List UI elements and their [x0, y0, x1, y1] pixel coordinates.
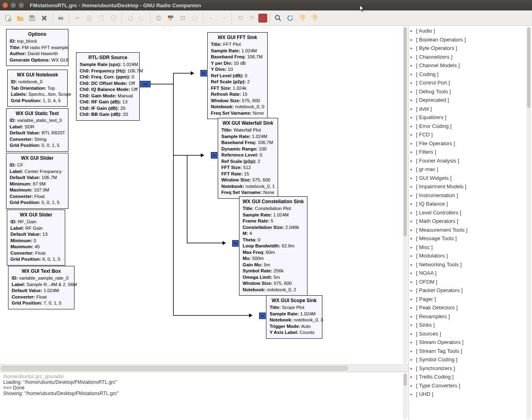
undo-button[interactable] — [124, 12, 136, 24]
port-in[interactable]: in — [259, 313, 266, 319]
category-item[interactable]: ▸[ Modulators ] — [410, 251, 530, 260]
category-label: [ NOAA ] — [416, 270, 437, 276]
category-item[interactable]: ▸[ Instrumentation ] — [410, 191, 530, 200]
window-title: FMstationsRTL.grc - /home/ubuntu/Desktop… — [30, 2, 201, 8]
window-close-button[interactable] — [2, 2, 8, 8]
save-button[interactable] — [27, 12, 38, 24]
category-item[interactable]: ▸[ Measurement Tools ] — [410, 226, 530, 235]
window-maximize-button[interactable] — [19, 2, 24, 8]
reload-button[interactable] — [285, 12, 296, 24]
category-item[interactable]: ▸[ Coding ] — [410, 70, 530, 79]
category-item[interactable]: ▸[ Fourier Analysis ] — [410, 156, 530, 165]
category-item[interactable]: ▸[ Resamplers ] — [410, 312, 530, 321]
category-item[interactable]: ▸[ GUI Widgets ] — [410, 174, 530, 183]
category-label: [ Resamplers ] — [416, 313, 450, 319]
close-button[interactable] — [39, 12, 50, 24]
category-item[interactable]: ▸[ Trellis Coding ] — [410, 373, 530, 381]
block-wx-slider-rfgain[interactable]: WX GUI Slider ID: RF_Gain Label: RF Gain… — [7, 210, 65, 266]
category-label: [ GUI Widgets ] — [416, 175, 452, 181]
category-item[interactable]: ▸[ gr-mac ] — [410, 165, 530, 174]
block-wx-constellation-sink[interactable]: in WX GUI Constellation Sink Title: Cons… — [239, 196, 307, 296]
nav-forward-button[interactable]: → — [218, 12, 229, 24]
category-item[interactable]: ▸[ Peak Detectors ] — [410, 303, 530, 312]
category-item[interactable]: ▸[ Channel Models ] — [410, 61, 530, 70]
category-item[interactable]: ▸[ Type Converters ] — [410, 381, 530, 390]
disable-block-button[interactable] — [153, 12, 164, 24]
mouse-cursor-icon — [359, 5, 365, 14]
open-file-button[interactable] — [14, 12, 26, 24]
block-wx-textbox[interactable]: WX GUI Text Box ID: variable_sample_rate… — [8, 266, 74, 309]
category-item[interactable]: ▸[ UHD ] — [410, 390, 530, 399]
record-button[interactable] — [258, 14, 267, 23]
delete-button[interactable] — [108, 12, 119, 24]
port-in[interactable]: in — [200, 70, 207, 76]
execute-button[interactable] — [177, 12, 188, 24]
console-scroll[interactable] — [403, 373, 408, 419]
category-item[interactable]: ▸[ Networking Tools ] — [410, 260, 530, 269]
category-item[interactable]: ▸[ Deprecated ] — [410, 96, 530, 105]
category-item[interactable]: ▸[ Math Operators ] — [410, 217, 530, 226]
rotate-cw-button[interactable]: ⟳ — [246, 12, 258, 24]
port-in[interactable]: in — [232, 240, 239, 247]
port-out[interactable]: out — [140, 81, 151, 87]
category-item[interactable]: ▸[ Channelizers ] — [410, 53, 530, 62]
category-item[interactable]: ▸[ Message Tools ] — [410, 234, 530, 243]
block-options[interactable]: Options ID: top_block Title: FM radio FF… — [6, 29, 68, 66]
block-wx-scope-sink[interactable]: in WX GUI Scope Sink Title: Scope Plot S… — [266, 295, 322, 339]
category-item[interactable]: ▸[ OFDM ] — [410, 278, 530, 286]
category-item[interactable]: ▸[ Misc ] — [410, 243, 530, 252]
category-item[interactable]: ▸[ Level Controllers ] — [410, 208, 530, 217]
sidebar-scroll[interactable] — [526, 27, 531, 419]
category-item[interactable]: ▸[ File Operators ] — [410, 139, 530, 148]
category-label: [ Sinks ] — [416, 322, 435, 328]
nav-back-button[interactable]: ← — [206, 12, 217, 24]
copy-button[interactable] — [84, 12, 95, 24]
category-item[interactable]: ▸[ Sources ] — [410, 329, 530, 338]
category-item[interactable]: ▸[ Synchronizers ] — [410, 364, 530, 373]
redo-button[interactable] — [136, 12, 148, 24]
category-item[interactable]: ▸[ Boolean Operators ] — [410, 35, 530, 44]
paste-button[interactable] — [96, 12, 107, 24]
block-wx-waterfall-sink[interactable]: in WX GUI Waterfall Sink Title: Waterfal… — [218, 118, 278, 199]
kill-button[interactable] — [189, 12, 200, 24]
search-button[interactable] — [272, 12, 284, 24]
generate-button[interactable] — [165, 12, 176, 24]
block-wx-fft-sink[interactable]: in WX GUI FFT Sink Title: FFT Plot Sampl… — [207, 32, 268, 119]
new-file-button[interactable] — [2, 12, 14, 24]
category-item[interactable]: ▸[ Stream Operators ] — [410, 338, 530, 347]
canvas-hscroll[interactable] — [0, 364, 408, 372]
category-item[interactable]: ▸[ Control Port ] — [410, 78, 530, 87]
category-item[interactable]: ▸[ Impairment Models ] — [410, 182, 530, 191]
category-item[interactable]: ▸[ Audio ] — [410, 27, 530, 35]
canvas-vscroll[interactable] — [403, 27, 408, 364]
port-in[interactable]: in — [211, 152, 217, 159]
print-button[interactable] — [55, 12, 66, 24]
block-param2-button[interactable]: 👎 — [309, 12, 320, 24]
category-item[interactable]: ▸[ Byte Operators ] — [410, 44, 530, 53]
block-wx-notebook[interactable]: WX GUI Notebook ID: notebook_0 Tab Orien… — [7, 70, 68, 107]
block-wx-static-text[interactable]: WX GUI Static Text ID: variable_static_t… — [6, 108, 68, 152]
category-label: [ Symbol Coding ] — [416, 356, 458, 362]
block-wx-slider-cf[interactable]: WX GUI Slider ID: CF Label: Center Frequ… — [6, 153, 68, 209]
category-label: [ dvbt ] — [416, 106, 432, 112]
window-minimize-button[interactable] — [10, 2, 16, 8]
flowgraph-canvas[interactable]: Options ID: top_block Title: FM radio FF… — [0, 26, 408, 364]
category-item[interactable]: ▸[ Pager ] — [410, 295, 530, 304]
category-item[interactable]: ▸[ NOAA ] — [410, 269, 530, 278]
category-item[interactable]: ▸[ Equalizers ] — [410, 113, 530, 122]
category-label: [ Control Port ] — [416, 80, 450, 86]
cut-button[interactable]: ✂ — [72, 12, 83, 24]
block-param-button[interactable]: 👎 — [297, 12, 308, 24]
rotate-ccw-button[interactable]: ⟲ — [234, 12, 245, 24]
block-rtlsdr-source[interactable]: out RTL-SDR Source Sample Rate (sps): 1.… — [76, 52, 140, 121]
category-item[interactable]: ▸[ Filters ] — [410, 148, 530, 156]
category-item[interactable]: ▸[ Packet Operators ] — [410, 286, 530, 295]
category-item[interactable]: ▸[ FCD ] — [410, 130, 530, 139]
category-item[interactable]: ▸[ Stream Tag Tools ] — [410, 347, 530, 356]
category-item[interactable]: ▸[ dvbt ] — [410, 105, 530, 113]
category-item[interactable]: ▸[ IQ Balance ] — [410, 200, 530, 208]
category-item[interactable]: ▸[ Debug Tools ] — [410, 87, 530, 96]
category-item[interactable]: ▸[ Symbol Coding ] — [410, 355, 530, 364]
category-item[interactable]: ▸[ Error Coding ] — [410, 122, 530, 131]
category-item[interactable]: ▸[ Sinks ] — [410, 321, 530, 329]
